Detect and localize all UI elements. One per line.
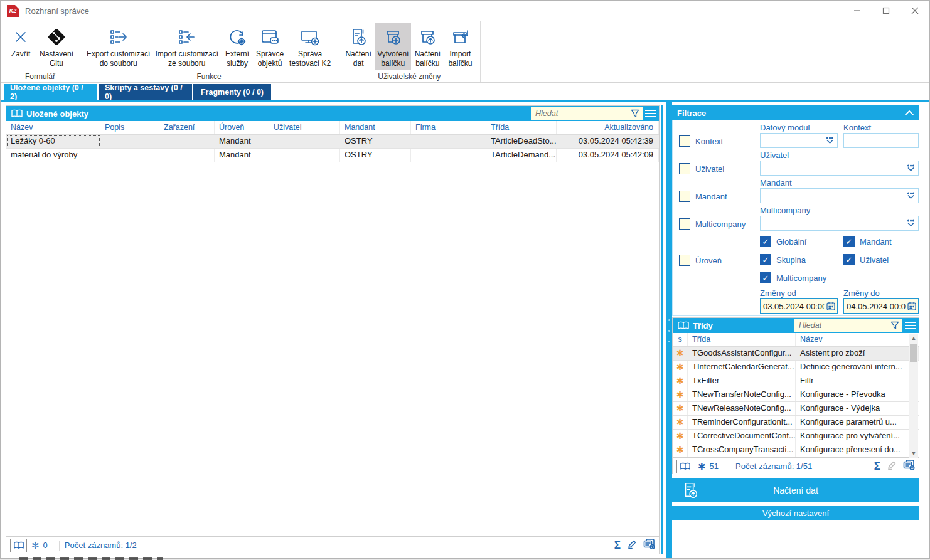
- close-button[interactable]: [901, 1, 929, 21]
- mandant-combo[interactable]: [760, 188, 919, 203]
- class-row[interactable]: ✱ TCrossCompanyTransacti... Konfigurace …: [673, 443, 919, 457]
- class-row[interactable]: ✱ TNewTransferNoteConfig... Konfigurace …: [673, 388, 919, 402]
- checkbox-checked-icon[interactable]: ✓: [760, 236, 771, 247]
- checkbox-unchecked-icon[interactable]: [679, 191, 690, 202]
- load-package-button[interactable]: Načtení balíčku: [411, 23, 444, 70]
- checkbox-checked-icon[interactable]: ✓: [843, 254, 855, 265]
- asterisk-filter-icon[interactable]: ✻: [31, 540, 40, 551]
- date-from-field[interactable]: 03.05.2024 00:00:00: [760, 298, 838, 314]
- classes-scrollbar[interactable]: ▲ ▼: [909, 334, 918, 458]
- scroll-down-icon[interactable]: ▼: [911, 449, 917, 458]
- level-checkbox-multicompany[interactable]: ✓ Multicompany: [760, 272, 826, 283]
- import-package-button[interactable]: Import balíčku: [444, 23, 476, 70]
- checkbox-checked-icon[interactable]: ✓: [760, 254, 771, 265]
- import-customizations-button[interactable]: Import customizací ze souboru: [152, 23, 221, 70]
- checkbox-unchecked-icon[interactable]: [679, 255, 690, 266]
- add-record-icon[interactable]: [643, 539, 655, 552]
- checkbox-unchecked-icon[interactable]: [679, 135, 690, 147]
- create-package-button[interactable]: Vytvoření balíčku: [375, 23, 411, 70]
- column-header-nazev[interactable]: Název: [6, 121, 100, 134]
- datovy-modul-combo[interactable]: [760, 133, 838, 148]
- dropdown-icon[interactable]: [907, 164, 915, 172]
- class-row[interactable]: ✱ TxFilter Filtr: [673, 374, 919, 388]
- column-header-uroven[interactable]: Úroveň: [215, 121, 269, 134]
- filter-checkbox-multicompany[interactable]: Multicompany: [679, 218, 746, 230]
- tab-skripty-a-sestavy[interactable]: Skripty a sestavy (0 / 0): [99, 84, 192, 100]
- asterisk-icon: ✱: [676, 403, 684, 413]
- edit-pencil-icon[interactable]: [887, 460, 897, 473]
- filter-checkbox-uroven[interactable]: Úroveň: [679, 255, 722, 266]
- level-checkbox-mandant[interactable]: ✓ Mandant: [843, 236, 892, 247]
- multicompany-combo[interactable]: [760, 216, 919, 231]
- class-row[interactable]: ✱ TCorrectiveDocumentConf... Konfigurace…: [673, 430, 919, 443]
- book-view-button[interactable]: [676, 460, 693, 473]
- sum-icon[interactable]: Σ: [874, 460, 880, 473]
- level-checkbox-globalni[interactable]: ✓ Globální: [760, 236, 806, 247]
- column-header-trida[interactable]: Třída: [688, 333, 796, 346]
- minimize-button[interactable]: [843, 1, 872, 21]
- column-header-nazev[interactable]: Název: [796, 333, 919, 346]
- panel-splitter-handle[interactable]: [666, 102, 672, 559]
- record-count-label: Počet záznamů: 1/51: [735, 462, 812, 471]
- table-row[interactable]: materiál do výroby Mandant OSTRY TArticl…: [6, 149, 659, 162]
- filter-checkbox-uzivatel[interactable]: Uživatel: [679, 163, 724, 174]
- column-header-zarazeni[interactable]: Zařazení: [159, 121, 215, 134]
- column-header-firma[interactable]: Firma: [411, 121, 486, 134]
- filter-checkbox-kontext[interactable]: Kontext: [679, 135, 723, 147]
- search-input[interactable]: [531, 109, 631, 118]
- date-to-field[interactable]: 04.05.2024 00:00:00: [843, 298, 919, 314]
- tab-fragmenty[interactable]: Fragmenty (0 / 0): [193, 84, 271, 100]
- classes-menu-icon[interactable]: [902, 319, 919, 332]
- class-row[interactable]: ✱ TInternetCalendarGenerat... Definice g…: [673, 361, 919, 374]
- table-row[interactable]: Ležáky 0-60 Mandant OSTRY TArticleDeadSt…: [6, 135, 659, 149]
- checkbox-checked-icon[interactable]: ✓: [760, 272, 771, 283]
- close-form-button[interactable]: Zavřít: [4, 23, 37, 60]
- class-row[interactable]: ✱ TGoodsAssistantConfigur... Asistent pr…: [673, 347, 919, 361]
- add-record-icon[interactable]: [903, 460, 915, 473]
- default-settings-button[interactable]: Výchozí nastavení: [672, 506, 919, 520]
- filter-checkbox-mandant[interactable]: Mandant: [679, 191, 727, 202]
- saved-objects-header: Uložené objekty: [6, 106, 659, 121]
- checkbox-unchecked-icon[interactable]: [679, 218, 690, 230]
- column-header-aktualizovano[interactable]: Aktualizováno: [557, 121, 659, 134]
- checkbox-unchecked-icon[interactable]: [679, 163, 690, 174]
- dropdown-icon[interactable]: [907, 192, 915, 199]
- maximize-button[interactable]: [872, 1, 901, 21]
- asterisk-count: 51: [710, 462, 719, 471]
- scroll-up-icon[interactable]: ▲: [911, 334, 917, 342]
- load-data-button[interactable]: Načtení dat: [342, 23, 375, 70]
- class-row[interactable]: ✱ TNewReleaseNoteConfig... Konfigurace -…: [673, 402, 919, 416]
- kontext-input[interactable]: [843, 133, 919, 148]
- table-menu-icon[interactable]: [643, 107, 659, 120]
- edit-pencil-icon[interactable]: [627, 539, 637, 552]
- level-checkbox-uzivatel[interactable]: ✓ Uživatel: [843, 254, 889, 265]
- dropdown-icon[interactable]: [907, 219, 915, 227]
- scroll-thumb[interactable]: [910, 344, 917, 362]
- classes-search-input[interactable]: [794, 321, 890, 330]
- test-k2-button[interactable]: Správa testovací K2: [286, 23, 334, 70]
- filter-funnel-icon[interactable]: [890, 321, 899, 330]
- export-customizations-button[interactable]: Export customizací do souboru: [84, 23, 152, 70]
- sum-icon[interactable]: Σ: [614, 539, 621, 552]
- column-header-mandant[interactable]: Mandant: [340, 121, 411, 134]
- asterisk-filter-icon[interactable]: ✱: [698, 461, 706, 472]
- column-header-trida[interactable]: Třída: [486, 121, 557, 134]
- filter-funnel-icon[interactable]: [631, 109, 639, 118]
- column-header-uzivatel[interactable]: Uživatel: [269, 121, 340, 134]
- level-checkbox-skupina[interactable]: ✓ Skupina: [760, 254, 806, 265]
- column-header-s[interactable]: s: [673, 333, 688, 346]
- load-data-action-button[interactable]: Načtení dat: [672, 478, 919, 502]
- external-services-button[interactable]: Externí služby: [221, 23, 254, 70]
- checkbox-checked-icon[interactable]: ✓: [843, 236, 855, 247]
- class-row[interactable]: ✱ TReminderConfigurationIt... Konfigurac…: [673, 416, 919, 430]
- book-view-button[interactable]: [10, 539, 27, 552]
- uzivatel-combo[interactable]: [760, 161, 919, 176]
- column-header-popis[interactable]: Popis: [100, 121, 159, 134]
- git-settings-button[interactable]: Nastavení Gitu: [37, 23, 76, 70]
- object-manager-button[interactable]: Správce objektů: [254, 23, 286, 70]
- dropdown-icon[interactable]: [826, 137, 834, 144]
- calendar-icon[interactable]: [907, 302, 916, 310]
- tab-ulozene-objekty[interactable]: Uložené objekty (0 / 2): [4, 84, 97, 100]
- calendar-icon[interactable]: [826, 302, 835, 310]
- collapse-chevron-icon[interactable]: [904, 110, 914, 116]
